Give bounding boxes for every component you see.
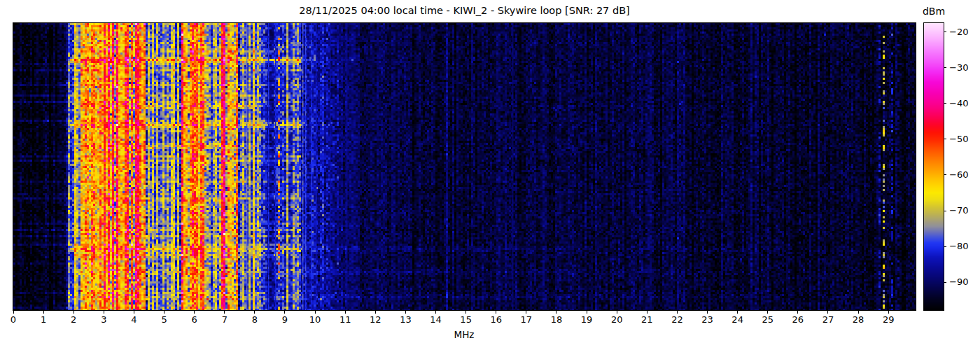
colorbar-tick-label: −60 bbox=[949, 169, 980, 181]
x-tick-mark bbox=[164, 311, 164, 314]
x-tick-mark bbox=[43, 311, 44, 314]
x-tick-mark bbox=[405, 311, 406, 314]
x-tick-mark bbox=[797, 311, 798, 314]
x-tick-mark bbox=[556, 311, 556, 314]
spectrogram-figure: { "title": "28/11/2025 04:00 local time … bbox=[0, 0, 980, 350]
x-axis-label: MHz bbox=[422, 329, 506, 340]
x-tick-label: 26 bbox=[786, 314, 810, 325]
x-tick-label: 0 bbox=[1, 314, 25, 325]
x-tick-mark bbox=[767, 311, 768, 314]
x-tick-mark bbox=[254, 311, 255, 314]
colorbar-tick-mark bbox=[944, 246, 946, 247]
x-tick-mark bbox=[858, 311, 859, 314]
colorbar-tick-label: −30 bbox=[949, 62, 980, 74]
x-tick-mark bbox=[194, 311, 195, 314]
x-tick-label: 15 bbox=[454, 314, 478, 325]
x-tick-mark bbox=[827, 311, 828, 314]
x-tick-mark bbox=[435, 311, 436, 314]
x-tick-label: 19 bbox=[575, 314, 598, 325]
colorbar-tick-mark bbox=[944, 174, 946, 175]
x-tick-mark bbox=[587, 311, 587, 314]
x-tick-label: 17 bbox=[514, 314, 538, 325]
x-tick-label: 18 bbox=[545, 314, 568, 325]
x-tick-mark bbox=[647, 311, 648, 314]
x-tick-mark bbox=[104, 311, 104, 314]
x-tick-mark bbox=[617, 311, 617, 314]
colorbar-tick-label: −80 bbox=[949, 241, 980, 252]
x-tick-mark bbox=[496, 311, 496, 314]
colorbar-tick-label: −20 bbox=[949, 27, 980, 38]
x-tick-label: 8 bbox=[243, 314, 267, 325]
x-tick-label: 10 bbox=[303, 314, 327, 325]
x-tick-label: 6 bbox=[183, 314, 206, 325]
colorbar-tick-label: −90 bbox=[949, 276, 980, 288]
x-tick-label: 27 bbox=[816, 314, 840, 325]
colorbar-gradient-canvas bbox=[924, 23, 944, 310]
plot-area bbox=[13, 22, 916, 311]
colorbar-tick-label: −70 bbox=[949, 205, 980, 216]
x-tick-mark bbox=[284, 311, 285, 314]
x-tick-mark bbox=[526, 311, 526, 314]
x-tick-label: 3 bbox=[92, 314, 115, 325]
x-tick-label: 1 bbox=[31, 314, 55, 325]
x-tick-label: 14 bbox=[424, 314, 448, 325]
x-tick-mark bbox=[224, 311, 225, 314]
x-tick-label: 7 bbox=[213, 314, 237, 325]
x-tick-mark bbox=[315, 311, 316, 314]
x-tick-label: 23 bbox=[696, 314, 720, 325]
x-tick-label: 5 bbox=[153, 314, 176, 325]
colorbar-tick-label: −40 bbox=[949, 98, 980, 109]
colorbar-tick-mark bbox=[944, 211, 946, 211]
x-tick-label: 20 bbox=[605, 314, 629, 325]
x-tick-label: 13 bbox=[393, 314, 417, 325]
colorbar-tick-label: −50 bbox=[949, 134, 980, 145]
x-tick-label: 29 bbox=[876, 314, 900, 325]
colorbar bbox=[923, 22, 944, 311]
colorbar-tick-mark bbox=[944, 31, 946, 32]
x-tick-label: 4 bbox=[122, 314, 146, 325]
x-tick-mark bbox=[13, 311, 14, 314]
spectrogram-canvas bbox=[13, 23, 916, 310]
colorbar-tick-mark bbox=[944, 67, 946, 68]
chart-title: 28/11/2025 04:00 local time - KIWI_2 - S… bbox=[13, 5, 916, 16]
colorbar-tick-mark bbox=[944, 139, 946, 139]
x-tick-mark bbox=[375, 311, 376, 314]
x-tick-mark bbox=[74, 311, 74, 314]
x-tick-label: 12 bbox=[363, 314, 387, 325]
x-tick-label: 11 bbox=[333, 314, 357, 325]
x-tick-mark bbox=[707, 311, 708, 314]
x-tick-label: 2 bbox=[62, 314, 85, 325]
x-tick-label: 21 bbox=[635, 314, 659, 325]
x-tick-label: 9 bbox=[273, 314, 297, 325]
colorbar-tick-mark bbox=[944, 103, 946, 104]
colorbar-unit-label: dBm bbox=[913, 6, 955, 17]
x-tick-mark bbox=[345, 311, 346, 314]
x-tick-mark bbox=[677, 311, 678, 314]
x-tick-label: 25 bbox=[756, 314, 780, 325]
x-tick-label: 16 bbox=[484, 314, 508, 325]
x-tick-label: 24 bbox=[726, 314, 750, 325]
x-tick-label: 28 bbox=[846, 314, 870, 325]
x-tick-label: 22 bbox=[665, 314, 689, 325]
x-tick-mark bbox=[134, 311, 134, 314]
x-tick-mark bbox=[888, 311, 889, 314]
colorbar-tick-mark bbox=[944, 282, 946, 283]
x-tick-mark bbox=[737, 311, 738, 314]
x-tick-mark bbox=[465, 311, 466, 314]
